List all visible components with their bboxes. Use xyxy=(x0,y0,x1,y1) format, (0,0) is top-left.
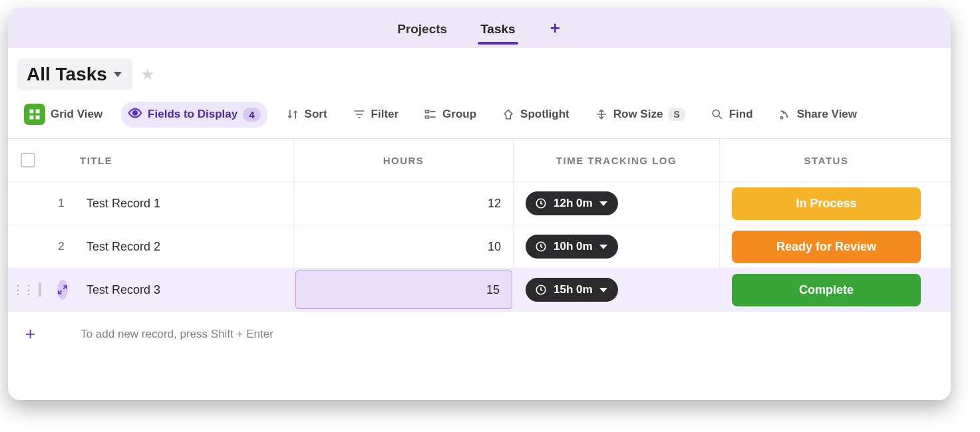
time-log-value: 12h 0m xyxy=(554,197,593,210)
row-hours-cell[interactable]: 12 xyxy=(294,182,514,225)
favorite-star-icon[interactable]: ★ xyxy=(140,65,155,84)
grid-header-row: TITLE HOURS TIME TRACKING LOG STATUS xyxy=(8,139,951,182)
add-record-button[interactable]: + xyxy=(25,324,35,344)
row-time-log-cell: 15h 0m xyxy=(514,269,720,311)
table-row[interactable]: ⋮⋮Test Record 31515h 0mComplete xyxy=(8,269,951,312)
tab-projects[interactable]: Projects xyxy=(395,11,450,45)
add-record-hint: To add new record, press Shift + Enter xyxy=(81,328,273,341)
share-view-button[interactable]: Share View xyxy=(772,104,864,125)
expand-record-button[interactable] xyxy=(57,280,68,300)
fields-to-display-button[interactable]: Fields to Display 4 xyxy=(121,102,267,128)
chevron-down-icon xyxy=(599,288,607,292)
time-tracking-chip[interactable]: 10h 0m xyxy=(526,235,618,259)
view-title: All Tasks xyxy=(27,64,107,85)
grid-view-button[interactable]: Grid View xyxy=(17,100,109,129)
view-header: All Tasks ★ xyxy=(8,48,951,97)
spotlight-button[interactable]: Spotlight xyxy=(495,104,576,125)
clock-icon xyxy=(535,241,547,253)
time-log-value: 15h 0m xyxy=(554,283,593,296)
filter-label: Filter xyxy=(371,108,399,121)
row-number xyxy=(48,269,75,311)
row-time-log-cell: 12h 0m xyxy=(514,182,720,225)
row-precol: ⋮⋮ xyxy=(8,269,48,311)
header-checkbox-cell xyxy=(8,139,48,181)
svg-rect-0 xyxy=(30,110,34,114)
svg-rect-1 xyxy=(36,110,40,114)
row-number: 2 xyxy=(48,225,75,268)
tab-tasks[interactable]: Tasks xyxy=(478,11,518,45)
find-button[interactable]: Find xyxy=(704,104,760,125)
row-number: 1 xyxy=(48,182,75,225)
svg-rect-6 xyxy=(426,116,429,118)
grid-icon xyxy=(24,104,45,125)
app-frame: Projects Tasks + All Tasks ★ Grid View F… xyxy=(8,8,951,400)
table-row[interactable]: 1Test Record 11212h 0mIn Process xyxy=(8,182,951,225)
chevron-down-icon xyxy=(599,245,607,249)
header-time-log[interactable]: TIME TRACKING LOG xyxy=(514,139,720,181)
row-size-button[interactable]: Row Size S xyxy=(588,104,692,125)
time-log-value: 10h 0m xyxy=(554,240,593,253)
time-tracking-chip[interactable]: 15h 0m xyxy=(526,278,618,302)
row-precol xyxy=(8,182,48,225)
grid-view-label: Grid View xyxy=(51,108,102,121)
row-status-cell: In Process xyxy=(720,182,933,225)
group-button[interactable]: Group xyxy=(417,104,483,125)
table-row[interactable]: 2Test Record 21010h 0mReady for Review xyxy=(8,225,951,269)
sort-button[interactable]: Sort xyxy=(279,104,334,125)
find-label: Find xyxy=(729,108,753,121)
status-pill[interactable]: Ready for Review xyxy=(732,231,921,263)
row-checkbox[interactable] xyxy=(39,282,41,297)
chevron-down-icon xyxy=(114,72,122,77)
row-title-cell[interactable]: Test Record 1 xyxy=(75,182,294,225)
chevron-down-icon xyxy=(599,201,607,206)
eye-icon xyxy=(128,106,142,124)
share-label: Share View xyxy=(797,108,857,121)
add-tab-button[interactable]: + xyxy=(546,18,564,39)
toolbar: Grid View Fields to Display 4 Sort Filte… xyxy=(8,97,951,138)
drag-handle-icon[interactable]: ⋮⋮ xyxy=(12,282,33,297)
tab-bar: Projects Tasks + xyxy=(8,8,951,48)
header-status[interactable]: STATUS xyxy=(720,139,933,181)
clock-icon xyxy=(535,197,547,209)
fields-count-badge: 4 xyxy=(243,108,260,122)
row-status-cell: Ready for Review xyxy=(720,225,933,268)
row-time-log-cell: 10h 0m xyxy=(514,225,720,268)
select-all-checkbox[interactable] xyxy=(21,153,35,167)
header-spacer xyxy=(48,139,75,181)
spotlight-label: Spotlight xyxy=(520,108,570,121)
sort-label: Sort xyxy=(305,108,327,121)
row-hours-cell[interactable]: 10 xyxy=(294,225,514,268)
row-hours-cell[interactable]: 15 xyxy=(295,270,512,309)
row-size-label: Row Size xyxy=(613,108,663,121)
header-hours[interactable]: HOURS xyxy=(294,139,514,181)
status-pill[interactable]: In Process xyxy=(732,187,921,220)
row-precol xyxy=(8,225,48,268)
group-label: Group xyxy=(442,108,476,121)
fields-label: Fields to Display xyxy=(148,108,238,121)
filter-button[interactable]: Filter xyxy=(346,104,406,125)
svg-point-4 xyxy=(133,111,137,115)
grid-footer: + To add new record, press Shift + Enter xyxy=(8,312,951,356)
svg-point-7 xyxy=(713,110,719,116)
status-pill[interactable]: Complete xyxy=(732,274,921,306)
row-title-cell[interactable]: Test Record 3 xyxy=(75,269,294,311)
header-title[interactable]: TITLE xyxy=(75,139,294,181)
row-status-cell: Complete xyxy=(720,269,933,311)
clock-icon xyxy=(535,284,547,296)
row-title-cell[interactable]: Test Record 2 xyxy=(75,225,294,268)
svg-rect-3 xyxy=(36,116,40,120)
time-tracking-chip[interactable]: 12h 0m xyxy=(526,191,618,215)
svg-rect-5 xyxy=(426,110,429,112)
view-selector[interactable]: All Tasks xyxy=(17,58,132,90)
svg-rect-2 xyxy=(30,116,34,120)
data-grid: TITLE HOURS TIME TRACKING LOG STATUS 1Te… xyxy=(8,138,951,356)
row-size-badge: S xyxy=(668,108,685,121)
